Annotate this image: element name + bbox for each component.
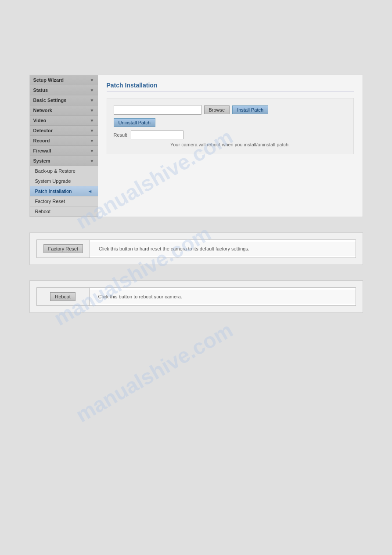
sidebar-sub-item-backup-restore[interactable]: Back-up & Restore	[30, 166, 98, 176]
sidebar-sub-item-system-upgrade[interactable]: System Upgrade	[30, 176, 98, 186]
watermark-3: manualshive.com	[72, 318, 237, 427]
reboot-section: Reboot Click this button to reboot your …	[29, 280, 363, 313]
sidebar-item-firewall[interactable]: Firewall ▼	[30, 146, 98, 156]
main-panel: Setup Wizard ▼ Status ▼ Basic Settings ▼…	[29, 75, 363, 217]
sidebar-sub-item-reboot[interactable]: Reboot	[30, 207, 98, 217]
patch-form: Browse Install Patch Uninstall Patch Res…	[107, 98, 354, 154]
sidebar-sub-item-patch-installation[interactable]: Patch Installation ◄	[30, 186, 98, 196]
chevron-down-icon: ▼	[90, 128, 94, 133]
install-patch-button[interactable]: Install Patch	[232, 105, 268, 114]
result-label: Result	[114, 132, 127, 138]
reboot-row: Reboot Click this button to reboot your …	[36, 287, 356, 306]
chevron-down-icon: ▼	[90, 149, 94, 153]
uninstall-row: Uninstall Patch	[114, 118, 347, 127]
sidebar-item-record[interactable]: Record ▼	[30, 136, 98, 146]
chevron-down-icon: ▼	[90, 159, 94, 163]
chevron-down-icon: ▼	[90, 88, 94, 93]
browse-button[interactable]: Browse	[204, 105, 230, 114]
page-title: Patch Installation	[107, 82, 354, 91]
sidebar-item-status[interactable]: Status ▼	[30, 85, 98, 95]
chevron-down-icon: ▼	[90, 98, 94, 103]
patch-note: Your camera will reboot when you install…	[114, 142, 347, 147]
result-input[interactable]	[131, 131, 183, 139]
chevron-down-icon: ▼	[90, 78, 94, 83]
sidebar-item-setup-wizard[interactable]: Setup Wizard ▼	[30, 75, 98, 85]
sidebar-item-basic-settings[interactable]: Basic Settings ▼	[30, 95, 98, 105]
chevron-down-icon: ▼	[90, 118, 94, 123]
uninstall-patch-button[interactable]: Uninstall Patch	[114, 118, 155, 127]
sidebar-item-system[interactable]: System ▼	[30, 156, 98, 166]
patch-file-input[interactable]	[114, 105, 201, 115]
patch-file-row: Browse Install Patch	[114, 105, 347, 115]
sidebar-item-detector[interactable]: Detector ▼	[30, 126, 98, 136]
factory-reset-row: Factory Reset Click this button to hard …	[36, 239, 356, 258]
factory-reset-description: Click this button to hard reset the came…	[90, 242, 356, 256]
main-content-area: Patch Installation Browse Install Patch …	[98, 75, 363, 217]
sidebar-item-network[interactable]: Network ▼	[30, 105, 98, 116]
sidebar-item-video[interactable]: Video ▼	[30, 116, 98, 126]
factory-reset-btn-cell: Factory Reset	[37, 240, 90, 258]
reboot-description: Click this button to reboot your camera.	[90, 290, 356, 304]
chevron-down-icon: ▼	[90, 138, 94, 143]
factory-reset-section: Factory Reset Click this button to hard …	[29, 232, 363, 265]
chevron-down-icon: ▼	[90, 108, 94, 113]
reboot-button[interactable]: Reboot	[50, 292, 75, 301]
result-row: Result	[114, 131, 347, 139]
sidebar: Setup Wizard ▼ Status ▼ Basic Settings ▼…	[30, 75, 98, 217]
reboot-btn-cell: Reboot	[37, 288, 90, 305]
factory-reset-button[interactable]: Factory Reset	[43, 244, 83, 253]
sidebar-sub-item-factory-reset[interactable]: Factory Reset	[30, 196, 98, 207]
